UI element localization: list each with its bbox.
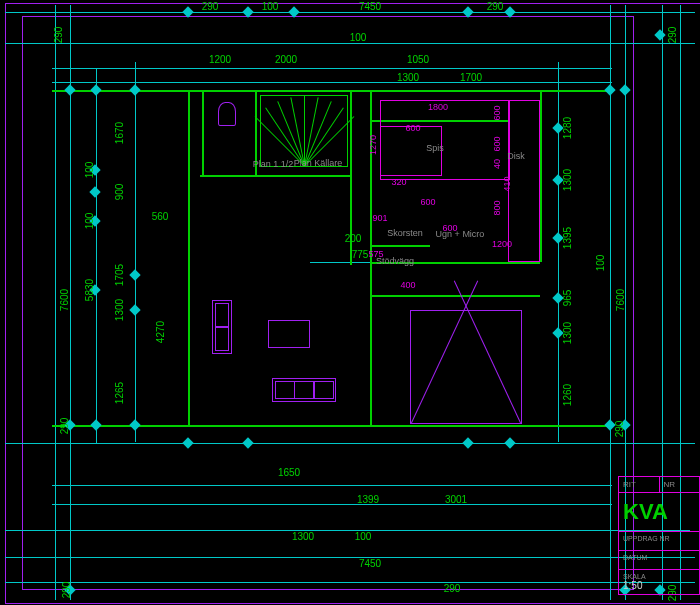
dimension: 800 — [492, 200, 502, 215]
dimension: 1270 — [368, 135, 378, 155]
dimension: 290 — [667, 27, 678, 44]
dimension: 100 — [595, 255, 606, 272]
dimension: 1650 — [278, 467, 300, 478]
dimension: 320 — [391, 177, 406, 187]
dimension: 1300 — [397, 72, 419, 83]
dimension: 600 — [420, 197, 435, 207]
furniture-seat — [212, 300, 232, 354]
dimension: 40 — [492, 159, 502, 169]
dim-line — [5, 12, 695, 13]
project-title: KVA — [619, 492, 699, 531]
dimension: 1280 — [562, 117, 573, 139]
dimension: 290 — [487, 1, 504, 12]
cad-floorplan-canvas: 2901007450290100120020001050130017005602… — [0, 0, 700, 605]
room-label: Plan Källare — [294, 158, 343, 168]
room-label: Plan 1 1/2 — [253, 159, 294, 169]
dimension: 3001 — [445, 494, 467, 505]
titleblock-row: SKALA1:50 — [619, 569, 699, 594]
dim-line — [52, 504, 612, 505]
dim-line — [55, 5, 56, 600]
dimension: 290 — [53, 27, 64, 44]
dim-line — [52, 68, 612, 69]
dim-line — [5, 443, 695, 444]
dimension: 560 — [152, 211, 169, 222]
dimension: 290 — [614, 421, 625, 438]
room-label: Skorsten — [387, 228, 423, 238]
room-label: Stödvägg — [376, 256, 414, 266]
dimension: 775 — [352, 249, 369, 260]
wall — [370, 295, 540, 297]
dimension: 1265 — [114, 382, 125, 404]
dim-line — [96, 68, 97, 443]
dimension: 100 — [355, 531, 372, 542]
dimension: 1300 — [292, 531, 314, 542]
dim-line — [310, 262, 370, 263]
dim-line — [5, 43, 695, 44]
dimension: 965 — [562, 290, 573, 307]
dimension: 7600 — [59, 289, 70, 311]
dimension: 600 — [492, 136, 502, 151]
dimension: 1200 — [492, 239, 512, 249]
dimension: 1670 — [114, 122, 125, 144]
wall — [202, 90, 204, 175]
wall — [370, 245, 430, 247]
dimension: 100 — [84, 162, 95, 179]
dimension: 410 — [502, 176, 512, 191]
dimension: 290 — [61, 582, 72, 599]
titleblock-col: NR — [660, 477, 700, 492]
furniture-table — [268, 320, 310, 348]
dimension: 600 — [492, 105, 502, 120]
dimension: 1800 — [428, 102, 448, 112]
furniture-sofa — [272, 378, 336, 402]
dim-line — [558, 62, 559, 442]
dimension: 2000 — [275, 54, 297, 65]
dimension: 100 — [84, 213, 95, 230]
wall — [188, 90, 190, 425]
dim-line — [5, 582, 695, 583]
room-label: Ugn + Micro — [436, 229, 485, 239]
dim-line — [52, 485, 612, 486]
dimension: 100 — [350, 32, 367, 43]
title-block: RITNRKVAUPPDRAG NRDATUMSKALA1:50 — [618, 476, 700, 595]
dimension: 7450 — [359, 558, 381, 569]
dimension: 290 — [202, 1, 219, 12]
dimension: 901 — [372, 213, 387, 223]
dimension: 7600 — [615, 289, 626, 311]
dimension: 5830 — [84, 279, 95, 301]
dimension: 200 — [345, 233, 362, 244]
dimension: 900 — [114, 184, 125, 201]
dimension: 1700 — [460, 72, 482, 83]
dimension: 1200 — [209, 54, 231, 65]
furniture-wc — [218, 102, 236, 126]
dimension: 290 — [59, 418, 70, 435]
dimension: 1300 — [562, 169, 573, 191]
wall — [540, 90, 542, 262]
dimension: 7450 — [359, 1, 381, 12]
wall — [370, 262, 372, 425]
room-label: Disk — [507, 151, 525, 161]
furniture-door — [410, 310, 522, 424]
room-label: Spis — [426, 143, 444, 153]
dimension: 1050 — [407, 54, 429, 65]
dimension: 1399 — [357, 494, 379, 505]
dim-line — [52, 82, 612, 83]
dimension: 400 — [400, 280, 415, 290]
dim-line — [5, 557, 695, 558]
dim-line — [135, 62, 136, 442]
titleblock-col: RIT — [619, 477, 660, 492]
stairs — [260, 95, 348, 167]
dimension: 100 — [262, 1, 279, 12]
dimension: 600 — [405, 123, 420, 133]
dimension: 1395 — [562, 227, 573, 249]
titleblock-row: UPPDRAG NR — [619, 531, 699, 550]
titleblock-row: DATUM — [619, 550, 699, 569]
dimension: 1300 — [114, 299, 125, 321]
dimension: 1705 — [114, 264, 125, 286]
dim-line — [5, 530, 690, 531]
dimension: 290 — [444, 583, 461, 594]
dimension: 1300 — [562, 322, 573, 344]
dimension: 1260 — [562, 384, 573, 406]
kitchen-unit — [508, 100, 540, 262]
wall — [200, 175, 350, 177]
dimension: 4270 — [155, 321, 166, 343]
